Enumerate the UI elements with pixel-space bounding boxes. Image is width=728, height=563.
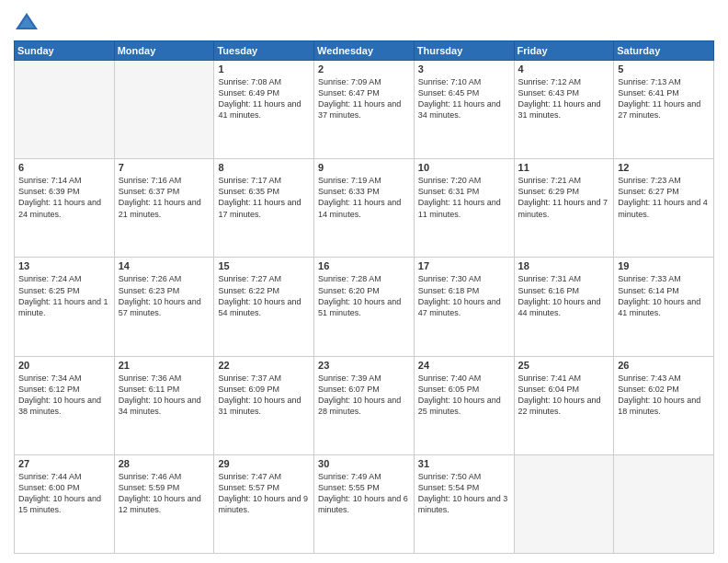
day-number: 10: [418, 162, 510, 173]
calendar-cell: 16Sunrise: 7:28 AM Sunset: 6:20 PM Dayli…: [314, 258, 415, 356]
day-number: 23: [318, 360, 410, 371]
calendar-cell: 8Sunrise: 7:17 AM Sunset: 6:35 PM Daylig…: [214, 159, 314, 258]
calendar-cell: 15Sunrise: 7:27 AM Sunset: 6:22 PM Dayli…: [214, 258, 314, 356]
weekday-header-tuesday: Tuesday: [214, 41, 314, 61]
calendar-cell: 14Sunrise: 7:26 AM Sunset: 6:23 PM Dayli…: [114, 258, 214, 356]
calendar-cell: 4Sunrise: 7:12 AM Sunset: 6:43 PM Daylig…: [514, 61, 614, 159]
day-number: 29: [218, 458, 310, 469]
day-number: 13: [18, 260, 110, 271]
day-number: 26: [618, 360, 710, 371]
calendar-cell: 19Sunrise: 7:33 AM Sunset: 6:14 PM Dayli…: [614, 258, 714, 356]
day-number: 30: [318, 458, 410, 469]
calendar-cell: 28Sunrise: 7:46 AM Sunset: 5:59 PM Dayli…: [114, 454, 214, 553]
cell-details: Sunrise: 7:27 AM Sunset: 6:22 PM Dayligh…: [218, 273, 310, 318]
day-number: 21: [119, 360, 210, 371]
calendar-week-row: 1Sunrise: 7:08 AM Sunset: 6:49 PM Daylig…: [15, 61, 714, 159]
page: SundayMondayTuesdayWednesdayThursdayFrid…: [0, 0, 728, 563]
calendar-table: SundayMondayTuesdayWednesdayThursdayFrid…: [14, 40, 714, 554]
calendar-cell: 6Sunrise: 7:14 AM Sunset: 6:39 PM Daylig…: [15, 159, 115, 258]
logo: [14, 9, 43, 35]
cell-details: Sunrise: 7:08 AM Sunset: 6:49 PM Dayligh…: [218, 76, 310, 121]
calendar-cell: [15, 61, 115, 159]
calendar-header-row: SundayMondayTuesdayWednesdayThursdayFrid…: [15, 41, 714, 61]
weekday-header-wednesday: Wednesday: [314, 41, 415, 61]
cell-details: Sunrise: 7:43 AM Sunset: 6:02 PM Dayligh…: [618, 373, 710, 418]
calendar-cell: 13Sunrise: 7:24 AM Sunset: 6:25 PM Dayli…: [15, 258, 115, 356]
calendar-cell: 10Sunrise: 7:20 AM Sunset: 6:31 PM Dayli…: [414, 159, 514, 258]
calendar-week-row: 6Sunrise: 7:14 AM Sunset: 6:39 PM Daylig…: [15, 159, 714, 258]
calendar-cell: [614, 454, 714, 553]
cell-details: Sunrise: 7:47 AM Sunset: 5:57 PM Dayligh…: [218, 471, 310, 516]
day-number: 25: [518, 360, 610, 371]
calendar-cell: 23Sunrise: 7:39 AM Sunset: 6:07 PM Dayli…: [314, 356, 415, 454]
cell-details: Sunrise: 7:36 AM Sunset: 6:11 PM Dayligh…: [119, 373, 210, 418]
weekday-header-sunday: Sunday: [15, 41, 115, 61]
day-number: 11: [518, 162, 610, 173]
day-number: 22: [218, 360, 310, 371]
cell-details: Sunrise: 7:10 AM Sunset: 6:45 PM Dayligh…: [418, 76, 510, 121]
cell-details: Sunrise: 7:13 AM Sunset: 6:41 PM Dayligh…: [618, 76, 710, 121]
cell-details: Sunrise: 7:34 AM Sunset: 6:12 PM Dayligh…: [18, 373, 110, 418]
calendar-cell: 22Sunrise: 7:37 AM Sunset: 6:09 PM Dayli…: [214, 356, 314, 454]
calendar-cell: [114, 61, 214, 159]
weekday-header-thursday: Thursday: [414, 41, 514, 61]
calendar-cell: 11Sunrise: 7:21 AM Sunset: 6:29 PM Dayli…: [514, 159, 614, 258]
calendar-cell: 21Sunrise: 7:36 AM Sunset: 6:11 PM Dayli…: [114, 356, 214, 454]
calendar-cell: 2Sunrise: 7:09 AM Sunset: 6:47 PM Daylig…: [314, 61, 415, 159]
logo-icon: [14, 9, 40, 35]
day-number: 18: [518, 260, 610, 271]
day-number: 4: [518, 63, 610, 75]
calendar-cell: 26Sunrise: 7:43 AM Sunset: 6:02 PM Dayli…: [614, 356, 714, 454]
cell-details: Sunrise: 7:17 AM Sunset: 6:35 PM Dayligh…: [218, 175, 310, 220]
day-number: 16: [318, 260, 410, 271]
day-number: 5: [618, 63, 710, 75]
cell-details: Sunrise: 7:40 AM Sunset: 6:05 PM Dayligh…: [418, 373, 510, 418]
cell-details: Sunrise: 7:39 AM Sunset: 6:07 PM Dayligh…: [318, 373, 410, 418]
calendar-cell: 25Sunrise: 7:41 AM Sunset: 6:04 PM Dayli…: [514, 356, 614, 454]
cell-details: Sunrise: 7:49 AM Sunset: 5:55 PM Dayligh…: [318, 471, 410, 516]
calendar-cell: 20Sunrise: 7:34 AM Sunset: 6:12 PM Dayli…: [15, 356, 115, 454]
day-number: 20: [18, 360, 110, 371]
cell-details: Sunrise: 7:19 AM Sunset: 6:33 PM Dayligh…: [318, 175, 410, 220]
day-number: 12: [618, 162, 710, 173]
cell-details: Sunrise: 7:26 AM Sunset: 6:23 PM Dayligh…: [119, 273, 210, 318]
calendar-cell: 29Sunrise: 7:47 AM Sunset: 5:57 PM Dayli…: [214, 454, 314, 553]
calendar-cell: 24Sunrise: 7:40 AM Sunset: 6:05 PM Dayli…: [414, 356, 514, 454]
day-number: 7: [119, 162, 210, 173]
header: [14, 9, 714, 35]
cell-details: Sunrise: 7:31 AM Sunset: 6:16 PM Dayligh…: [518, 273, 610, 318]
day-number: 14: [119, 260, 210, 271]
calendar-cell: 31Sunrise: 7:50 AM Sunset: 5:54 PM Dayli…: [414, 454, 514, 553]
day-number: 27: [18, 458, 110, 469]
cell-details: Sunrise: 7:12 AM Sunset: 6:43 PM Dayligh…: [518, 76, 610, 121]
calendar-cell: 7Sunrise: 7:16 AM Sunset: 6:37 PM Daylig…: [114, 159, 214, 258]
cell-details: Sunrise: 7:46 AM Sunset: 5:59 PM Dayligh…: [119, 471, 210, 516]
calendar-cell: 17Sunrise: 7:30 AM Sunset: 6:18 PM Dayli…: [414, 258, 514, 356]
day-number: 28: [119, 458, 210, 469]
cell-details: Sunrise: 7:24 AM Sunset: 6:25 PM Dayligh…: [18, 273, 110, 318]
cell-details: Sunrise: 7:30 AM Sunset: 6:18 PM Dayligh…: [418, 273, 510, 318]
cell-details: Sunrise: 7:50 AM Sunset: 5:54 PM Dayligh…: [418, 471, 510, 516]
day-number: 6: [18, 162, 110, 173]
day-number: 2: [318, 63, 410, 75]
cell-details: Sunrise: 7:28 AM Sunset: 6:20 PM Dayligh…: [318, 273, 410, 318]
day-number: 17: [418, 260, 510, 271]
calendar-cell: 3Sunrise: 7:10 AM Sunset: 6:45 PM Daylig…: [414, 61, 514, 159]
cell-details: Sunrise: 7:16 AM Sunset: 6:37 PM Dayligh…: [119, 175, 210, 220]
calendar-cell: 5Sunrise: 7:13 AM Sunset: 6:41 PM Daylig…: [614, 61, 714, 159]
weekday-header-monday: Monday: [114, 41, 214, 61]
day-number: 9: [318, 162, 410, 173]
day-number: 3: [418, 63, 510, 75]
calendar-cell: 27Sunrise: 7:44 AM Sunset: 6:00 PM Dayli…: [15, 454, 115, 553]
weekday-header-friday: Friday: [514, 41, 614, 61]
calendar-cell: 30Sunrise: 7:49 AM Sunset: 5:55 PM Dayli…: [314, 454, 415, 553]
calendar-cell: 12Sunrise: 7:23 AM Sunset: 6:27 PM Dayli…: [614, 159, 714, 258]
cell-details: Sunrise: 7:21 AM Sunset: 6:29 PM Dayligh…: [518, 175, 610, 220]
calendar-week-row: 20Sunrise: 7:34 AM Sunset: 6:12 PM Dayli…: [15, 356, 714, 454]
day-number: 24: [418, 360, 510, 371]
day-number: 15: [218, 260, 310, 271]
calendar-cell: 9Sunrise: 7:19 AM Sunset: 6:33 PM Daylig…: [314, 159, 415, 258]
cell-details: Sunrise: 7:14 AM Sunset: 6:39 PM Dayligh…: [18, 175, 110, 220]
day-number: 31: [418, 458, 510, 469]
cell-details: Sunrise: 7:23 AM Sunset: 6:27 PM Dayligh…: [618, 175, 710, 220]
